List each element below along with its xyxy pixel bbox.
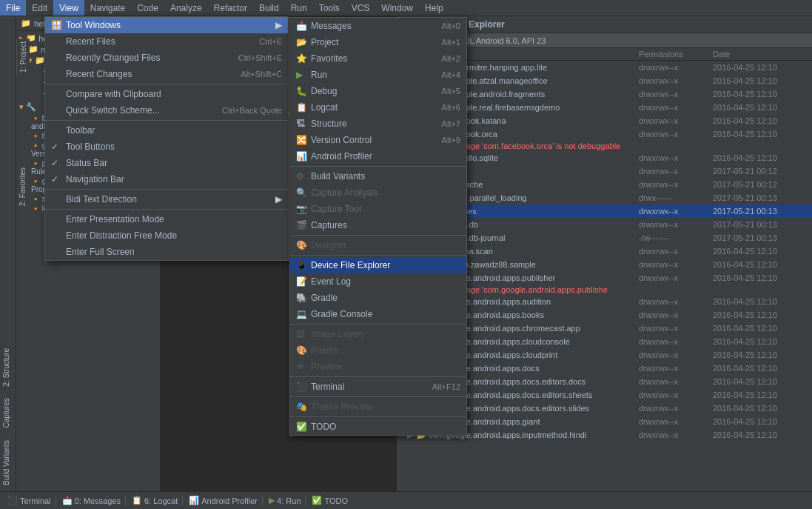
- submenu-designer[interactable]: 🎨 Designer: [290, 237, 466, 253]
- col-permissions: Permissions: [639, 50, 713, 59]
- submenu-debug[interactable]: 🐛 Debug Alt+5: [290, 83, 466, 99]
- view-menu-dropdown: 🪟 Tool Windows ▶ Recent Files Ctrl+E Rec…: [44, 16, 289, 261]
- status-android-profiler[interactable]: 📊 Android Profiler: [184, 496, 263, 505]
- submenu-version-control[interactable]: 🔀 Version Control Alt+9: [290, 132, 466, 148]
- submenu-sep-4: [290, 324, 466, 325]
- menu-item-full-screen[interactable]: Enter Full Screen: [45, 244, 288, 260]
- separator-2: [45, 120, 288, 121]
- submenu-sep-7: [290, 416, 466, 417]
- menu-code[interactable]: Code: [131, 0, 164, 16]
- menu-item-tool-buttons[interactable]: ✓ Tool Buttons: [45, 139, 288, 155]
- project-icon: 📁: [21, 19, 31, 28]
- menu-window[interactable]: Window: [375, 0, 419, 16]
- menu-help[interactable]: Help: [419, 0, 449, 16]
- submenu-theme-preview[interactable]: 🎭 Theme Preview: [290, 399, 466, 415]
- submenu-sep-1: [290, 166, 466, 167]
- submenu-todo[interactable]: ✅ TODO: [290, 419, 466, 435]
- status-logcat[interactable]: 📋 6: Logcat: [127, 496, 183, 505]
- menu-navigate[interactable]: Navigate: [84, 0, 131, 16]
- menu-refactor[interactable]: Refactor: [208, 0, 253, 16]
- submenu-event-log[interactable]: 📝 Event Log: [290, 273, 466, 290]
- submenu-capture-analysis[interactable]: 🔍 Capture Analysis: [290, 184, 466, 201]
- vtab-structure[interactable]: 2: Structure: [0, 342, 16, 393]
- submenu-run[interactable]: ▶ Run Alt+4: [290, 67, 466, 83]
- menu-build[interactable]: Build: [253, 0, 285, 16]
- vtab-favorites[interactable]: 2: Favorites: [16, 164, 29, 209]
- submenu-project[interactable]: 📂 Project Alt+1: [290, 34, 466, 50]
- menu-item-recent-changes[interactable]: Recent Changes Alt+Shift+C: [45, 66, 288, 82]
- menu-vcs[interactable]: VCS: [346, 0, 376, 16]
- menu-bar: File Edit View Navigate Code Analyze Ref…: [0, 0, 812, 16]
- submenu-sep-3: [290, 255, 466, 256]
- menu-item-presentation[interactable]: Enter Presentation Mode: [45, 211, 288, 227]
- menu-item-recent-files[interactable]: Recent Files Ctrl+E: [45, 33, 288, 50]
- submenu-preview[interactable]: 👁 Preview: [290, 359, 466, 375]
- submenu-build-variants[interactable]: ⚙ Build Variants: [290, 168, 466, 184]
- menu-item-toolbar[interactable]: Toolbar: [45, 122, 288, 139]
- menu-analyze[interactable]: Analyze: [164, 0, 208, 16]
- terminal-status-icon: ⬛: [7, 496, 18, 505]
- menu-item-tool-windows[interactable]: 🪟 Tool Windows ▶: [45, 17, 288, 33]
- menu-file[interactable]: File: [0, 0, 26, 16]
- submenu-messages[interactable]: 📩 Messages Alt+0: [290, 18, 466, 34]
- menu-run[interactable]: Run: [285, 0, 313, 16]
- status-bar: ⬛ Terminal 📩 0: Messages 📋 6: Logcat 📊 A…: [0, 491, 812, 509]
- submenu-sep-2: [290, 235, 466, 236]
- submenu-sep-6: [290, 396, 466, 397]
- menu-item-quick-switch[interactable]: Quick Switch Scheme... Ctrl+Back Quote: [45, 102, 288, 119]
- submenu-captures[interactable]: 🎬 Captures: [290, 217, 466, 233]
- vtab-captures[interactable]: Captures: [0, 392, 16, 434]
- menu-view[interactable]: View: [53, 0, 84, 16]
- tool-windows-submenu: 📩 Messages Alt+0 📂 Project Alt+1 ⭐ Favor…: [289, 17, 467, 436]
- vtab-build-variants[interactable]: Build Variants: [0, 434, 16, 491]
- separator-4: [45, 209, 288, 210]
- submenu-gradle-console[interactable]: 💻 Gradle Console: [290, 306, 466, 322]
- submenu-structure[interactable]: 🏗 Structure Alt+7: [290, 116, 466, 132]
- submenu-terminal[interactable]: ⬛ Terminal Alt+F12: [290, 379, 466, 395]
- tool-windows-icon: 🪟: [51, 20, 63, 30]
- menu-edit[interactable]: Edit: [26, 0, 53, 16]
- left-panel-tabs: 2: Structure Captures Build Variants: [0, 16, 16, 491]
- submenu-capture-tool[interactable]: 📷 Capture Tool: [290, 201, 466, 217]
- menu-item-status-bar[interactable]: ✓ Status Bar: [45, 155, 288, 171]
- submenu-logcat[interactable]: 📋 Logcat Alt+6: [290, 99, 466, 116]
- submenu-sep-5: [290, 376, 466, 377]
- submenu-device-file-explorer[interactable]: 📱 Device File Explorer: [290, 257, 466, 273]
- menu-item-compare-clipboard[interactable]: Compare with Clipboard: [45, 86, 288, 102]
- col-date: Date: [713, 50, 809, 59]
- status-messages[interactable]: 📩 0: Messages: [58, 496, 126, 505]
- submenu-android-profiler[interactable]: 📊 Android Profiler: [290, 148, 466, 164]
- status-run[interactable]: ▶ 4: Run: [264, 496, 306, 505]
- menu-tools[interactable]: Tools: [313, 0, 346, 16]
- separator-1: [45, 84, 288, 84]
- status-todo[interactable]: ✅ TODO: [307, 496, 352, 505]
- submenu-favorites[interactable]: ⭐ Favorites Alt+2: [290, 50, 466, 67]
- menu-item-recently-changed[interactable]: Recently Changed Files Ctrl+Shift+E: [45, 50, 288, 66]
- vtab-project[interactable]: 1: Project: [16, 39, 30, 76]
- submenu-gradle[interactable]: 🐘 Gradle: [290, 290, 466, 306]
- submenu-image-layers[interactable]: 🖼 Image Layers: [290, 326, 466, 342]
- menu-item-bidi-text[interactable]: Bidi Text Direction ▶: [45, 191, 288, 207]
- menu-item-distraction-free[interactable]: Enter Distraction Free Mode: [45, 227, 288, 244]
- status-terminal[interactable]: ⬛ Terminal: [3, 496, 56, 505]
- separator-3: [45, 189, 288, 190]
- submenu-palette[interactable]: 🎨 Palette: [290, 342, 466, 359]
- menu-item-navigation-bar[interactable]: ✓ Navigation Bar: [45, 171, 288, 187]
